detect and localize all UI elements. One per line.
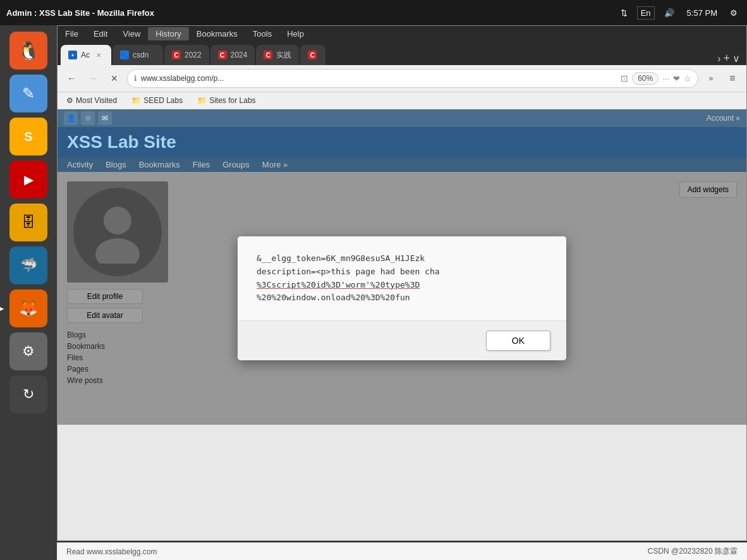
nav-groups[interactable]: Groups — [222, 160, 250, 169]
sites-for-labs-icon: 📁 — [197, 96, 207, 105]
account-link[interactable]: Account » — [707, 114, 740, 123]
firefox-icon: 🦊 — [19, 300, 38, 317]
update-icon: ↻ — [23, 386, 34, 403]
bookmark-most-visited[interactable]: ⚙ Most Visited — [64, 95, 119, 106]
menu-history[interactable]: History — [148, 27, 188, 40]
nav-activity[interactable]: Activity — [67, 160, 93, 169]
site-header: XSS Lab Site — [58, 127, 746, 157]
wireshark-icon: 🦈 — [20, 257, 37, 274]
seed-labs-icon: 📁 — [131, 96, 141, 105]
terminal-icon: ▶ — [24, 172, 33, 187]
nav-bar: ← → ✕ ℹ www.xsslabelgg.com/p... ⊡ 60% ··… — [58, 65, 746, 92]
nav-more[interactable]: More » — [262, 160, 288, 169]
bookmark-star-icon[interactable]: ☆ — [684, 74, 691, 83]
url-text: www.xsslabelgg.com/p... — [141, 74, 617, 83]
site-nav: Activity Blogs Bookmarks Files Groups Mo… — [58, 157, 746, 172]
menu-btn[interactable]: ≡ — [724, 70, 741, 87]
address-bar[interactable]: ℹ www.xsslabelgg.com/p... ⊡ 60% ··· ❤ ☆ — [127, 69, 698, 88]
tab-active[interactable]: • Ac ✕ — [61, 45, 111, 65]
seed-labs-label: SEED Labs — [143, 96, 183, 105]
site-content: Edit profile Edit avatar Blogs Bookmarks… — [58, 172, 746, 425]
lock-icon: ℹ — [134, 74, 137, 83]
menu-bar: File Edit View History Bookmarks Tools H… — [58, 26, 746, 42]
transfer-icon: ⇅ — [617, 7, 631, 19]
tab-favicon-2022: C — [172, 51, 181, 59]
ellipsis-btn[interactable]: ··· — [662, 74, 669, 83]
dialog-line-3: %3Cscript%20id%3D'worm'%20type%3D — [257, 279, 547, 292]
status-bar: Read www.xsslabelgg.com CSDN @20232820 陈… — [57, 542, 747, 560]
dock-files[interactable]: 🗄 — [9, 204, 47, 241]
reader-view-icon[interactable]: ⊡ — [621, 73, 628, 83]
gear-icon: ⚙ — [22, 343, 35, 360]
dock-text-editor[interactable]: ✎ — [9, 75, 47, 113]
sublime-icon: S — [24, 130, 32, 144]
browser-window: File Edit View History Bookmarks Tools H… — [57, 25, 747, 541]
dock-settings[interactable]: ⚙ — [9, 332, 47, 370]
tab-close-active[interactable]: ✕ — [94, 50, 104, 60]
dock-terminal[interactable]: ▶ — [9, 161, 47, 198]
ok-button[interactable]: OK — [486, 331, 550, 351]
volume-icon: 🔊 — [661, 7, 677, 19]
dialog-footer: OK — [238, 321, 566, 360]
sites-for-labs-label: Sites for Labs — [209, 96, 255, 105]
tab-practice[interactable]: C 实践 — [256, 45, 299, 65]
files-icon: 🗄 — [21, 214, 35, 231]
bookmark-sites-for-labs[interactable]: 📁 Sites for Labs — [195, 95, 258, 106]
new-tab-btn[interactable]: + — [723, 52, 730, 65]
clock: 5:57 PM — [684, 7, 720, 19]
webpage: 👤 ☆ ✉ Account » XSS Lab Site Activity Bl… — [58, 109, 746, 540]
dialog-line-1: &__elgg_token=6K_mn9G8esuSA_H1JEzk — [257, 252, 547, 265]
dock-sublime[interactable]: S — [9, 118, 47, 155]
menu-help[interactable]: Help — [279, 27, 312, 40]
settings-icon[interactable]: ⚙ — [727, 7, 741, 19]
user-icon: 👤 — [64, 111, 78, 125]
dock-firefox[interactable]: 🦊 — [9, 289, 47, 327]
taskbar: Admin : XSS Lab Site - Mozilla Firefox ⇅… — [0, 0, 747, 25]
message-icon: ✉ — [98, 111, 112, 125]
alert-dialog: &__elgg_token=6K_mn9G8esuSA_H1JEzk descr… — [238, 236, 566, 360]
bookmarks-bar: ⚙ Most Visited 📁 SEED Labs 📁 Sites for L… — [58, 92, 746, 109]
bookmark-icon: ☆ — [81, 111, 95, 125]
menu-view[interactable]: View — [115, 27, 148, 40]
back-button[interactable]: ← — [63, 70, 80, 87]
most-visited-label: Most Visited — [76, 96, 117, 105]
menu-file[interactable]: File — [58, 27, 86, 40]
menu-tools[interactable]: Tools — [245, 27, 279, 40]
close-button[interactable]: ✕ — [106, 70, 123, 87]
site-toolbar: 👤 ☆ ✉ Account » — [58, 109, 746, 127]
dialog-line-2: description=<p>this page had been cha — [257, 265, 547, 279]
nav-blogs[interactable]: Blogs — [106, 160, 126, 169]
desktop: Admin : XSS Lab Site - Mozilla Firefox ⇅… — [0, 0, 747, 560]
tab-controls: › + ∨ — [714, 52, 743, 65]
menu-bookmarks[interactable]: Bookmarks — [189, 27, 245, 40]
zoom-level[interactable]: 60% — [632, 72, 659, 85]
menu-edit[interactable]: Edit — [86, 27, 115, 40]
forward-button[interactable]: → — [84, 70, 102, 87]
tab-2024[interactable]: C 2024 — [210, 45, 255, 65]
language-indicator[interactable]: En — [637, 6, 655, 20]
tab-favicon-2024: C — [218, 51, 227, 59]
extensions-btn[interactable]: » — [702, 70, 720, 87]
tab-c[interactable]: C — [300, 45, 325, 65]
dock-ubuntu[interactable]: 🐧 — [9, 32, 47, 70]
tab-csdn[interactable]: 🐾 csdn — [112, 45, 163, 65]
tab-favicon-c: C — [308, 51, 317, 59]
site-title: XSS Lab Site — [67, 132, 176, 152]
nav-bookmarks[interactable]: Bookmarks — [139, 160, 180, 169]
window-title: Admin : XSS Lab Site - Mozilla Firefox — [6, 8, 154, 18]
tab-more-btn[interactable]: › — [717, 53, 720, 64]
status-right: CSDN @20232820 陈彦霖 — [648, 546, 738, 557]
pocket-icon[interactable]: ❤ — [673, 74, 680, 83]
most-visited-icon: ⚙ — [66, 96, 73, 105]
tab-list-btn[interactable]: ∨ — [732, 52, 740, 64]
bookmark-seed-labs[interactable]: 📁 SEED Labs — [129, 95, 185, 106]
dock: 🐧 ✎ S ▶ 🗄 🦈 🦊 ⚙ ↻ — [0, 25, 57, 560]
tab-label-2022: 2022 — [185, 51, 202, 59]
tab-favicon-practice: C — [264, 51, 272, 59]
dialog-line-4: %20%20window.onload%20%3D%20fun — [257, 291, 547, 305]
dock-wireshark[interactable]: 🦈 — [9, 247, 47, 284]
tab-2022[interactable]: C 2022 — [164, 45, 209, 65]
dialog-body: &__elgg_token=6K_mn9G8esuSA_H1JEzk descr… — [238, 236, 566, 321]
dock-update[interactable]: ↻ — [9, 375, 47, 413]
nav-files[interactable]: Files — [193, 160, 210, 169]
